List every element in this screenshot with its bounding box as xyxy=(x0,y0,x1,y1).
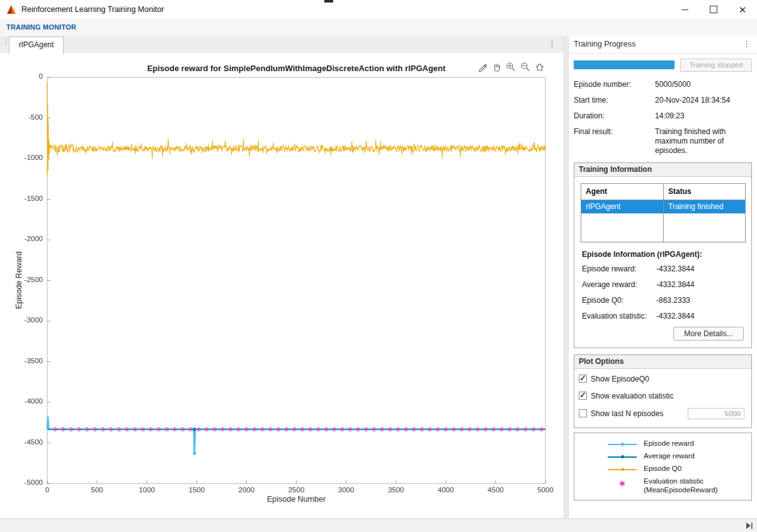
episode-number-value: 5000/5000 xyxy=(655,80,753,89)
x-tick-label: 1500 xyxy=(181,486,212,494)
show-episodeq0-option[interactable]: Show EpisodeQ0 xyxy=(574,375,751,385)
tab-rlpgagent[interactable]: rlPGAgent xyxy=(9,37,64,54)
episode-information-title: Episode Information (rlPGAgent): xyxy=(582,250,702,259)
legend-item-evaluation-statistic: Evaluation statistic (MeanEpisodeReward) xyxy=(574,477,751,496)
training-progress-panel: Training Progress ⋮ Training stopped Epi… xyxy=(569,36,757,518)
toolstrip: TRAINING MONITOR xyxy=(0,19,757,37)
agent-cell: rlPGAgent xyxy=(581,200,663,213)
training-information-title: Training Information xyxy=(574,163,751,177)
show-episodeq0-checkbox[interactable] xyxy=(579,375,587,383)
episode-q0-label: Episode Q0: xyxy=(582,296,623,305)
evaluation-statistic-value: -4332.3844 xyxy=(656,312,695,320)
training-stopped-button[interactable]: Training stopped xyxy=(680,59,752,72)
x-tick-label: 500 xyxy=(81,486,113,494)
legend-label: Evaluation statistic xyxy=(644,477,703,485)
y-tick-label: -3000 xyxy=(15,316,43,324)
average-reward-label: Average reward: xyxy=(582,280,637,289)
final-result-label: Final result: xyxy=(574,127,613,136)
legend-label: Episode reward xyxy=(644,439,694,447)
start-time-value: 20-Nov-2024 18:34:54 xyxy=(655,96,753,105)
y-tick-label: -5000 xyxy=(15,478,43,486)
episode-reward-marker-dot xyxy=(621,443,624,446)
legend-item-episode-reward: Episode reward xyxy=(574,439,751,451)
x-tick-label: 1000 xyxy=(131,486,162,494)
tab-training-monitor[interactable]: TRAINING MONITOR xyxy=(6,19,76,36)
y-tick-label: -500 xyxy=(15,113,43,121)
document-tabbar: ⋮ rlPGAgent ⋮ xyxy=(0,36,564,54)
scroll-end-icon[interactable] xyxy=(745,521,754,532)
episode-q0-marker-dot xyxy=(621,468,624,471)
plot-options-section: Plot Options Show EpisodeQ0 Show evaluat… xyxy=(574,354,752,428)
status-column-header: Status xyxy=(664,184,745,200)
panel-options-kebab-icon[interactable]: ⋮ xyxy=(743,39,751,48)
x-tick-label: 3500 xyxy=(380,486,412,494)
show-evaluation-statistic-checkbox[interactable] xyxy=(579,392,587,400)
evaluation-statistic-asterisk-marker xyxy=(618,480,626,489)
agent-status-table: Agent Status rlPGAgent Training finished xyxy=(581,183,746,242)
maximize-icon[interactable] xyxy=(699,0,728,19)
x-tick-label: 2500 xyxy=(281,486,312,494)
agent-column-header: Agent xyxy=(581,184,663,200)
episode-number-label: Episode number: xyxy=(574,80,631,89)
y-tick-label: 0 xyxy=(15,72,43,80)
final-result-value: Training finished with maximum number of… xyxy=(655,127,753,156)
figure-area: Episode reward for SimplePendlumWithImag… xyxy=(0,53,564,518)
y-tick-label: -1500 xyxy=(15,195,43,202)
x-tick-label: 0 xyxy=(31,486,63,494)
legend-label: Average reward xyxy=(644,452,695,460)
x-tick-label: 3000 xyxy=(331,486,362,494)
x-tick-label: 5000 xyxy=(530,486,561,494)
x-tick-label: 4500 xyxy=(480,486,511,494)
legend-label: Episode Q0 xyxy=(644,465,681,472)
plot-options-title: Plot Options xyxy=(574,355,751,369)
x-tick-label: 2000 xyxy=(231,486,262,494)
y-tick-label: -2000 xyxy=(15,235,43,242)
y-tick-label: -3500 xyxy=(15,357,43,365)
matlab-logo-icon xyxy=(6,4,17,15)
average-reward-value: -4332.3844 xyxy=(656,280,695,289)
panel-title: Training Progress xyxy=(574,40,635,48)
show-evaluation-statistic-label: Show evaluation statistic xyxy=(591,392,673,400)
average-reward-marker-dot xyxy=(621,455,624,458)
evaluation-statistic-label: Evaluation statistic: xyxy=(582,312,647,320)
training-information-section: Training Information Agent Status rlPGAg… xyxy=(574,162,752,348)
legend-item-average-reward: Average reward xyxy=(574,452,751,463)
screen-artifact xyxy=(324,0,333,3)
x-tick-label: 4000 xyxy=(430,486,462,494)
last-n-episodes-input[interactable] xyxy=(688,408,744,419)
y-tick-label: -4000 xyxy=(15,397,43,405)
window-titlebar: Reinforcement Learning Training Monitor … xyxy=(0,0,757,20)
episode-q0-value: -863.2333 xyxy=(656,296,690,305)
duration-value: 14:09:23 xyxy=(655,111,753,121)
window-title: Reinforcement Learning Training Monitor xyxy=(21,5,164,14)
start-time-label: Start time: xyxy=(574,96,608,105)
panel-header: Training Progress ⋮ xyxy=(569,36,757,54)
show-evaluation-statistic-option[interactable]: Show evaluation statistic xyxy=(574,392,751,402)
episode-reward-value: -4332.3844 xyxy=(656,264,695,273)
bottom-scrollbar[interactable] xyxy=(0,518,757,532)
show-last-n-episodes-checkbox[interactable] xyxy=(579,409,587,417)
table-column-divider xyxy=(663,184,664,242)
show-episodeq0-label: Show EpisodeQ0 xyxy=(591,375,649,383)
close-icon[interactable]: ✕ xyxy=(728,0,757,19)
episode-reward-label: Episode reward: xyxy=(582,264,637,273)
tab-options-kebab-icon[interactable]: ⋮ xyxy=(548,39,556,48)
panel-splitter[interactable] xyxy=(564,36,569,518)
y-tick-label: -4500 xyxy=(15,438,43,446)
legend-item-episode-q0: Episode Q0 xyxy=(574,465,751,476)
y-tick-label: -2500 xyxy=(15,276,43,283)
training-progress-bar xyxy=(574,60,674,69)
minimize-icon[interactable] xyxy=(670,0,699,19)
progress-bar-fill xyxy=(574,60,674,69)
duration-label: Duration: xyxy=(574,111,605,120)
more-details-button[interactable]: More Details... xyxy=(673,327,744,341)
window-controls: ✕ xyxy=(670,0,757,19)
x-axis-label: Episode Number xyxy=(47,495,545,504)
legend-section: Episode reward Average reward Episode Q0… xyxy=(574,433,752,501)
reward-plot[interactable] xyxy=(0,53,564,518)
status-cell: Training finished xyxy=(664,200,745,213)
legend-sublabel: (MeanEpisodeReward) xyxy=(644,486,718,494)
y-tick-label: -1000 xyxy=(15,154,43,161)
show-last-n-episodes-label: Show last N episodes xyxy=(591,409,663,418)
